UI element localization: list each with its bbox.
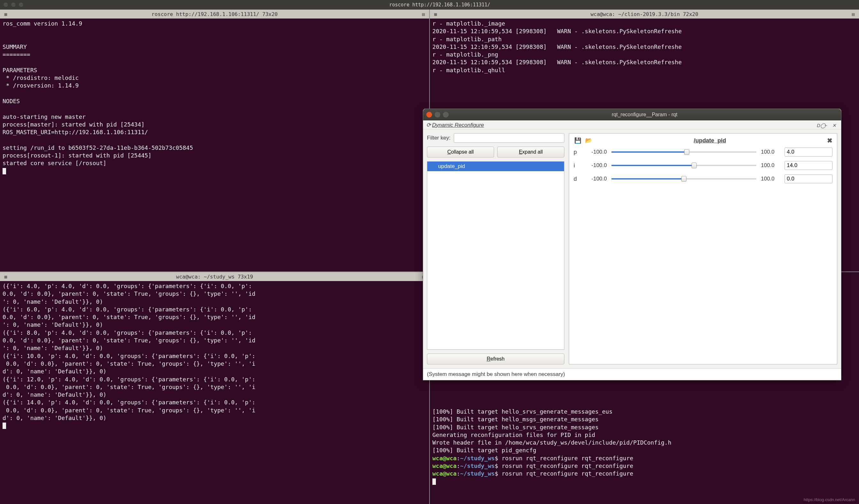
rqt-dock-title: ⟳ Dynamic Reconfigure D◯ − ✕	[423, 120, 841, 129]
param-row-i: i-100.0100.0	[574, 161, 832, 170]
param-max: 100.0	[761, 149, 780, 155]
param-panel: 💾 📂 /update_pid ✖ p-100.0100.0i-100.0100…	[569, 133, 837, 364]
close-icon[interactable]	[426, 112, 432, 118]
node-tree[interactable]: update_pid	[427, 161, 564, 350]
param-name: p	[574, 149, 580, 155]
split-icon[interactable]: ▦	[2, 273, 10, 280]
terminal-menu-icon[interactable]: ▤	[849, 11, 857, 17]
terminal-title: roscore http://192.168.1.106:11311/ 73x2…	[12, 11, 418, 17]
terminal-menu-icon[interactable]: ▤	[420, 11, 427, 17]
refresh-button[interactable]: Refresh	[427, 354, 564, 364]
terminal-pane-studyws[interactable]: ▦ wca@wca: ~/study_ws 73x19 ▤ ({'i': 4.0…	[0, 272, 429, 504]
minimize-icon[interactable]	[11, 2, 16, 7]
window-controls	[3, 2, 24, 7]
terminal-titlebar: ▦ wca@wca: ~/study_ws 73x19 ▤	[0, 272, 429, 281]
rqt-window-title: rqt_reconfigure__Param - rqt	[451, 112, 838, 118]
maximize-icon[interactable]	[18, 2, 24, 7]
terminal-output[interactable]: ({'i': 4.0, 'p': 4.0, 'd': 0.0, 'groups'…	[0, 281, 429, 504]
param-slider-i[interactable]	[611, 163, 756, 168]
split-icon[interactable]: ▦	[432, 11, 439, 17]
system-message: (System message might be shown here when…	[423, 368, 841, 380]
filter-label: Filter key:	[427, 135, 451, 141]
dock-controls-icon[interactable]: D◯	[817, 123, 823, 128]
param-slider-p[interactable]	[611, 149, 756, 155]
rqt-left-panel: Filter key: Collapse all Expand all upda…	[427, 133, 564, 364]
filter-input[interactable]	[454, 133, 564, 143]
param-row-d: d-100.0100.0	[574, 174, 832, 183]
params-container: p-100.0100.0i-100.0100.0d-100.0100.0	[574, 148, 832, 183]
param-panel-header: 💾 📂 /update_pid ✖	[574, 137, 832, 144]
param-slider-d[interactable]	[611, 176, 756, 182]
param-name: i	[574, 162, 580, 169]
param-value-input-i[interactable]	[785, 161, 832, 170]
split-icon[interactable]: ▦	[2, 11, 10, 17]
terminal-output[interactable]: ros_comm version 1.14.9 SUMMARY ========…	[0, 18, 429, 272]
collapse-expand-row: Collapse all Expand all	[427, 147, 564, 157]
param-value-input-p[interactable]	[785, 148, 832, 156]
param-min: -100.0	[585, 175, 607, 182]
rqt-right-panel: 💾 📂 /update_pid ✖ p-100.0100.0i-100.0100…	[569, 133, 837, 364]
rqt-window[interactable]: rqt_reconfigure__Param - rqt ⟳ Dynamic R…	[423, 109, 841, 380]
dock-settings-icon[interactable]: −	[825, 123, 830, 128]
save-icon[interactable]: 💾	[574, 137, 582, 144]
watermark: https://blog.csdn.net/Arcann	[804, 497, 855, 502]
terminal-title: wca@wca: ~/study_ws 73x19	[12, 274, 418, 280]
param-name: d	[574, 175, 580, 182]
param-max: 100.0	[761, 162, 780, 169]
param-min: -100.0	[585, 162, 607, 169]
param-row-p: p-100.0100.0	[574, 148, 832, 156]
terminal-titlebar: ▦ wca@wca: ~/clion-2019.3.3/bin 72x20 ▤	[430, 10, 859, 18]
param-min: -100.0	[585, 149, 607, 155]
open-icon[interactable]: 📂	[585, 137, 593, 144]
refresh-row: Refresh	[427, 354, 564, 364]
param-value-input-d[interactable]	[785, 174, 832, 183]
minimize-icon[interactable]	[435, 112, 440, 118]
close-panel-icon[interactable]: ✖	[827, 137, 832, 144]
terminal-title: wca@wca: ~/clion-2019.3.3/bin 72x20	[441, 11, 847, 17]
maximize-icon[interactable]	[443, 112, 449, 118]
reload-icon[interactable]: ⟳	[426, 122, 431, 128]
tree-item-update_pid[interactable]: update_pid	[427, 162, 564, 171]
collapse-all-button[interactable]: Collapse all	[427, 147, 494, 157]
dock-close-icon[interactable]: ✕	[832, 123, 838, 128]
rqt-content: Filter key: Collapse all Expand all upda…	[423, 129, 841, 368]
dock-title-label: Dynamic Reconfigure	[432, 122, 484, 128]
main-window-title: roscore http://192.168.1.106:11311/	[24, 2, 856, 7]
param-max: 100.0	[761, 175, 780, 182]
rqt-titlebar[interactable]: rqt_reconfigure__Param - rqt	[423, 109, 841, 120]
close-icon[interactable]	[3, 2, 8, 7]
terminal-titlebar: ▦ roscore http://192.168.1.106:11311/ 73…	[0, 10, 429, 18]
filter-row: Filter key:	[427, 133, 564, 143]
param-node-name: /update_pid	[593, 137, 827, 144]
main-window-titlebar: roscore http://192.168.1.106:11311/	[0, 0, 859, 10]
terminal-pane-roscore[interactable]: ▦ roscore http://192.168.1.106:11311/ 73…	[0, 10, 429, 272]
expand-all-button[interactable]: Expand all	[497, 147, 564, 157]
